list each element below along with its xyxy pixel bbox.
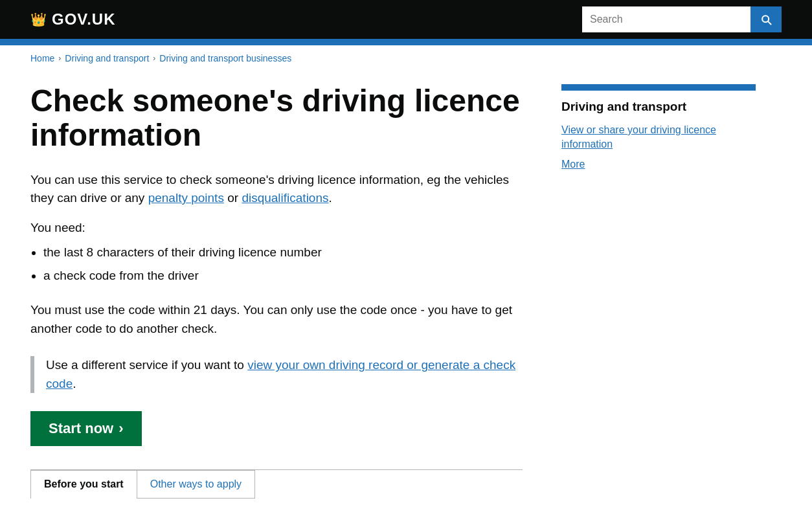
start-now-button[interactable]: Start now › <box>30 411 142 446</box>
tab-before-you-start[interactable]: Before you start <box>30 470 137 499</box>
chevron-right-icon: › <box>118 420 123 437</box>
logo-text: GOV.UK <box>52 10 115 28</box>
page-title: Check someone's driving licence informat… <box>30 84 523 153</box>
code-notice: You must use the code within 21 days. Yo… <box>30 301 523 338</box>
quote-end: . <box>73 377 76 390</box>
breadcrumb-driving-transport[interactable]: Driving and transport <box>65 53 149 63</box>
requirements-list: the last 8 characters of their driving l… <box>43 243 523 286</box>
main-content: Check someone's driving licence informat… <box>30 84 523 499</box>
blue-bar <box>0 39 812 45</box>
search-icon <box>760 13 773 26</box>
gov-uk-logo[interactable]: 👑 GOV.UK <box>30 10 115 28</box>
breadcrumb: Home › Driving and transport › Driving a… <box>17 45 795 71</box>
search-area <box>582 6 782 32</box>
quote-prefix: Use a different service if you want to <box>46 358 244 372</box>
or-text: or <box>227 191 242 205</box>
search-button[interactable] <box>750 6 782 32</box>
tab-other-ways[interactable]: Other ways to apply <box>137 470 255 499</box>
tabs-area: Before you start Other ways to apply <box>30 469 523 499</box>
breadcrumb-sep-1: › <box>58 54 61 63</box>
disqualifications-link[interactable]: disqualifications <box>242 191 328 205</box>
intro-paragraph: You can use this service to check someon… <box>30 171 523 208</box>
sidebar-heading: Driving and transport <box>561 100 756 114</box>
sidebar-more-link[interactable]: More <box>561 159 756 170</box>
site-header: 👑 GOV.UK <box>0 0 812 45</box>
start-now-label: Start now <box>49 420 113 437</box>
breadcrumb-driving-businesses[interactable]: Driving and transport businesses <box>159 53 291 63</box>
quote-block: Use a different service if you want to v… <box>30 356 523 393</box>
breadcrumb-home[interactable]: Home <box>30 53 54 63</box>
main-layout: Check someone's driving licence informat… <box>17 71 795 505</box>
search-input[interactable] <box>582 6 750 32</box>
sidebar-view-licence-link[interactable]: View or share your driving licence infor… <box>561 123 756 152</box>
list-item: the last 8 characters of their driving l… <box>43 243 523 262</box>
quote-text: Use a different service if you want to v… <box>46 356 523 393</box>
penalty-points-link[interactable]: penalty points <box>148 191 224 205</box>
list-item: a check code from the driver <box>43 266 523 286</box>
crown-icon: 👑 <box>30 12 47 27</box>
you-need-label: You need: <box>30 221 523 235</box>
sidebar-accent-bar <box>561 84 756 91</box>
breadcrumb-sep-2: › <box>153 54 155 63</box>
sidebar: Driving and transport View or share your… <box>561 84 756 499</box>
intro-end: . <box>329 191 332 205</box>
